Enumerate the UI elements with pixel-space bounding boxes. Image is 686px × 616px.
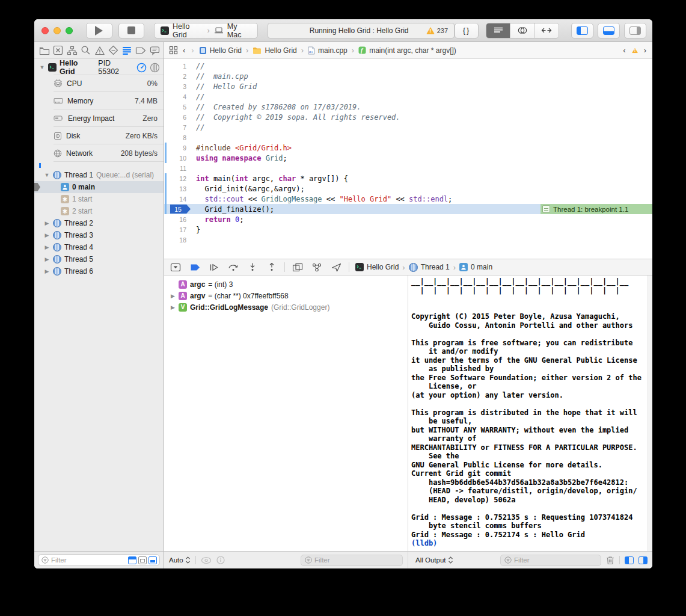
gauge-row-network[interactable]: Network208 bytes/s [34, 144, 164, 162]
library-button[interactable]: {} [455, 23, 479, 38]
line-gutter-10[interactable]: 10 [164, 153, 192, 163]
memory-graph-button[interactable] [310, 263, 323, 272]
activity-viewer[interactable]: Running Hello Grid : Hello Grid 237 [268, 23, 455, 38]
minimize-window-button[interactable] [54, 27, 61, 34]
previous-issue-button[interactable]: ‹ [622, 46, 626, 55]
disclosure-triangle-icon[interactable]: ▶ [170, 293, 176, 299]
run-button[interactable] [86, 23, 112, 38]
find-navigator-icon[interactable] [79, 44, 93, 57]
code-line-15[interactable]: 15 Grid_finalize();Thread 1: breakpoint … [164, 204, 652, 214]
code-line-14[interactable]: 14 std::cout << GridLogMessage << "Hello… [164, 194, 652, 204]
version-editor-button[interactable] [534, 23, 559, 38]
disclosure-triangle-icon[interactable]: ▶ [170, 304, 176, 310]
line-gutter-4[interactable]: 4 [164, 91, 192, 102]
scheme-selector[interactable]: Hello Grid › My Mac [154, 23, 258, 38]
variable-row-grid-gridlogmessage[interactable]: ▶VGrid::GridLogMessage(Grid::GridLogger) [164, 301, 408, 313]
thread-row-thread-6[interactable]: ▶Thread 6 [34, 265, 164, 277]
quicklook-icon[interactable] [201, 556, 212, 564]
thread-row-thread-3[interactable]: ▶Thread 3 [34, 229, 164, 241]
source-control-navigator-icon[interactable] [52, 44, 65, 57]
stack-frame-1-start[interactable]: ✱1 start [34, 193, 164, 205]
code-line-17[interactable]: 17} [164, 224, 652, 235]
line-gutter-11[interactable]: 11 [164, 163, 192, 173]
disclosure-triangle-icon[interactable]: ▼ [44, 172, 50, 178]
gauge-row-cpu[interactable]: CPU0% [34, 75, 164, 92]
console-filter-field[interactable]: Filter [500, 555, 601, 566]
filter-toggle-windows-icon[interactable] [138, 556, 147, 564]
console-view[interactable]: __|__|__|__|__|__|__|__|__|__|__|__|__|_… [408, 276, 652, 551]
process-row[interactable]: ▼ Hello Grid PID 55302 [34, 59, 164, 75]
gauge-row-disk[interactable]: DiskZero KB/s [34, 127, 164, 144]
breakpoint-navigator-icon[interactable] [134, 44, 147, 57]
variables-view[interactable]: Aargc= (int) 3▶Aargv= (char **) 0x7ffeef… [164, 276, 408, 551]
stack-frame-2-start[interactable]: ✱2 start [34, 205, 164, 217]
console-scrollbar[interactable] [648, 276, 652, 551]
toggle-inspector-button[interactable] [624, 23, 646, 38]
source-editor[interactable]: 1//2// main.cpp3// Hello Grid4//5// Crea… [164, 59, 652, 259]
line-gutter-7[interactable]: 7 [164, 122, 192, 132]
thread-row-thread-4[interactable]: ▶Thread 4 [34, 241, 164, 253]
jumpbar-crumb-project[interactable]: Hello Grid [199, 46, 242, 55]
jumpbar-crumb-file[interactable]: c+ main.cpp [308, 46, 348, 55]
navigator-filter-field[interactable]: Filter [38, 554, 160, 566]
debugbar-crumb-thread[interactable]: Thread 1 [421, 263, 450, 271]
variables-scope-popup[interactable]: Auto [169, 556, 191, 564]
variable-row-argv[interactable]: ▶Aargv= (char **) 0x7ffeefbff568 [164, 290, 408, 301]
issue-navigator-icon[interactable] [93, 44, 106, 57]
code-line-7[interactable]: 7// [164, 122, 652, 132]
step-over-button[interactable] [227, 263, 240, 271]
disclosure-triangle-icon[interactable]: ▶ [44, 268, 50, 274]
thread-row-thread-1[interactable]: ▼Thread 1Queue:...d (serial) [34, 169, 164, 181]
console-scope-popup[interactable]: All Output [415, 556, 453, 564]
line-gutter-5[interactable]: 5 [164, 102, 192, 112]
test-navigator-icon[interactable] [106, 44, 120, 57]
code-line-18[interactable]: 18 [164, 235, 652, 245]
jumpbar-crumb-group[interactable]: Hello Grid [253, 46, 296, 55]
code-line-3[interactable]: 3// Hello Grid [164, 81, 652, 91]
hide-debug-area-button[interactable] [169, 263, 182, 272]
step-out-button[interactable] [265, 263, 278, 271]
breakpoint-annotation[interactable]: Thread 1: breakpoint 1.1 [541, 204, 652, 214]
breakpoints-toggle-button[interactable] [188, 263, 201, 271]
code-line-16[interactable]: 16 return 0; [164, 214, 652, 224]
filter-toggle-debugged-icon[interactable] [128, 556, 136, 564]
continue-button[interactable] [207, 263, 221, 271]
line-gutter-12[interactable]: 12 [164, 173, 192, 183]
code-line-9[interactable]: 9#include <Grid/Grid.h> [164, 143, 652, 153]
code-line-4[interactable]: 4// [164, 91, 652, 102]
project-navigator-icon[interactable] [38, 44, 51, 57]
close-window-button[interactable] [41, 27, 49, 34]
line-gutter-8[interactable]: 8 [164, 132, 192, 143]
code-line-6[interactable]: 6// Copyright © 2019 sopa. All rights re… [164, 112, 652, 122]
gauges-toggle-icon[interactable] [136, 63, 147, 73]
show-variables-view-toggle[interactable] [625, 556, 634, 564]
zoom-window-button[interactable] [66, 27, 73, 34]
thread-row-thread-2[interactable]: ▶Thread 2 [34, 217, 164, 229]
disclosure-triangle-icon[interactable]: ▶ [44, 232, 50, 238]
next-issue-button[interactable]: › [643, 46, 648, 55]
code-line-12[interactable]: 12int main(int argc, char * argv[]) { [164, 173, 652, 183]
line-gutter-18[interactable]: 18 [164, 235, 192, 245]
variables-filter-field[interactable]: Filter [301, 555, 403, 566]
line-gutter-2[interactable]: 2 [164, 71, 192, 81]
simulate-location-button[interactable] [329, 263, 343, 272]
show-console-toggle[interactable] [639, 556, 648, 564]
debugbar-crumb-frame[interactable]: 0 main [471, 263, 492, 271]
step-into-button[interactable] [246, 263, 259, 271]
stack-frame-0-main[interactable]: 0 main [34, 181, 164, 193]
back-button[interactable]: ‹ [182, 46, 186, 55]
toggle-debug-area-button[interactable] [598, 23, 620, 38]
stop-button[interactable] [118, 23, 145, 38]
gauge-row-memory[interactable]: Memory7.4 MB [34, 92, 164, 109]
disclosure-triangle-icon[interactable]: ▶ [44, 220, 50, 226]
report-navigator-icon[interactable] [148, 44, 161, 57]
disclosure-triangle-icon[interactable]: ▶ [44, 244, 50, 250]
filter-toggle-views-icon[interactable] [149, 556, 157, 564]
toggle-navigator-button[interactable] [571, 23, 593, 38]
info-icon[interactable] [216, 556, 225, 564]
line-gutter-3[interactable]: 3 [164, 81, 192, 91]
related-items-icon[interactable] [169, 46, 178, 55]
view-hierarchy-button[interactable] [291, 263, 304, 272]
debugbar-crumb-process[interactable]: Hello Grid [367, 263, 399, 271]
disclosure-triangle-icon[interactable]: ▼ [39, 64, 45, 70]
